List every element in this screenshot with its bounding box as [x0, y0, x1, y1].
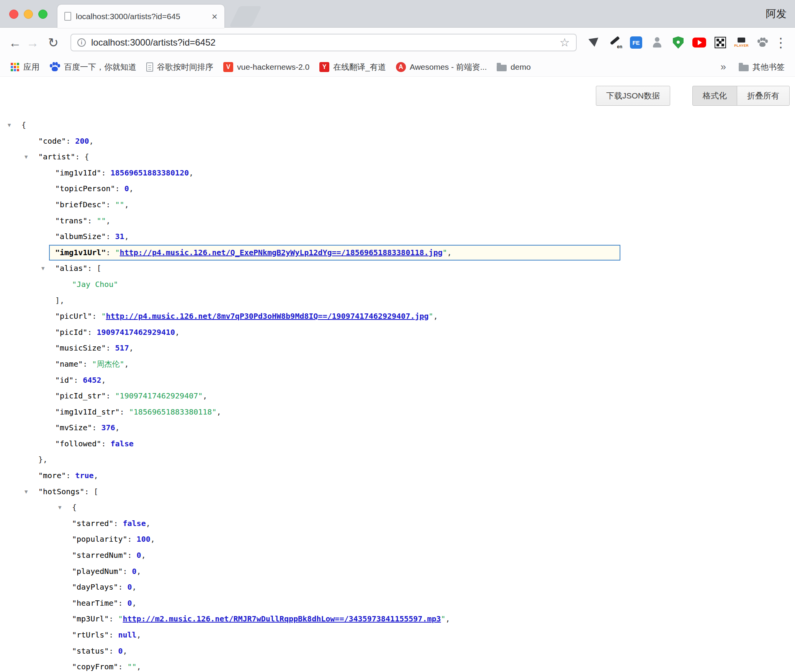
- json-line: "trans": "",: [0, 213, 795, 229]
- paw-extension-button[interactable]: [755, 35, 770, 50]
- json-line: "picId": 19097417462929410,: [0, 325, 795, 341]
- json-line-content: "img1v1Id": 18569651883380120,: [55, 168, 193, 177]
- json-line-content: "dayPlays": 0,: [72, 582, 137, 592]
- qr-code-icon: [715, 37, 726, 48]
- json-line: "copyFrom": "",: [0, 659, 795, 672]
- extensions-row: en FE PLAYER: [587, 35, 770, 50]
- youtube-extension-button[interactable]: [692, 35, 707, 50]
- bookmarks-overflow-button[interactable]: »: [713, 61, 734, 73]
- json-line: ],: [0, 293, 795, 309]
- baidu-paw-icon: [49, 62, 60, 72]
- bookmark-star-icon[interactable]: ☆: [559, 37, 570, 48]
- qr-code-extension-button[interactable]: [713, 35, 728, 50]
- json-line-content: "picId": 19097417462929410,: [55, 328, 180, 337]
- json-line: "albumSize": 31,: [0, 229, 795, 245]
- json-url-link[interactable]: http://m2.music.126.net/RMJR7wDullRqppBk…: [123, 614, 441, 623]
- json-line: "starred": false,: [0, 516, 795, 532]
- url-text[interactable]: localhost:3000/artists?id=6452: [91, 37, 216, 48]
- collapse-toggle-icon[interactable]: ▼: [25, 484, 28, 500]
- bookmark-item[interactable]: AAwesomes - 前端资...: [391, 57, 492, 76]
- json-url-link[interactable]: http://p4.music.126.net/8mv7qP30Pd3oHW8b…: [106, 311, 429, 321]
- json-line: "id": 6452,: [0, 372, 795, 388]
- zoom-window-button[interactable]: [38, 10, 47, 19]
- json-line: "starredNum": 0,: [0, 547, 795, 564]
- json-line: ▼{: [0, 117, 795, 133]
- json-line-content: "playedNum": 0,: [72, 567, 141, 576]
- collapse-all-button[interactable]: 折叠所有: [737, 86, 790, 106]
- letter-round-icon: A: [396, 62, 406, 72]
- json-line: "hearTime": 0,: [0, 595, 795, 611]
- profile-extension-button[interactable]: [650, 35, 664, 50]
- player-extension-button[interactable]: PLAYER: [734, 35, 749, 50]
- json-line-content: "img1v1Id_str": "18569651883380118",: [55, 407, 221, 416]
- collapse-toggle-icon[interactable]: ▼: [8, 117, 11, 133]
- bookmark-item[interactable]: 谷歌按时间排序: [141, 57, 218, 76]
- json-line: },: [0, 452, 795, 468]
- collapse-toggle-icon[interactable]: ▼: [58, 500, 61, 516]
- json-line: "img1v1Url": "http://p4.music.126.net/Q_…: [0, 245, 795, 261]
- youdao-dict-extension-button[interactable]: en: [608, 35, 622, 50]
- collapse-toggle-icon[interactable]: ▼: [25, 149, 28, 165]
- tab-strip: localhost:3000/artists?id=645 × 阿发: [0, 0, 795, 28]
- pen-en-label: en: [617, 44, 622, 49]
- json-line: "musicSize": 517,: [0, 340, 795, 356]
- json-line-content: "status": 0,: [72, 646, 128, 656]
- json-line-content: "picUrl": "http://p4.music.126.net/8mv7q…: [55, 311, 438, 321]
- browser-tab[interactable]: localhost:3000/artists?id=645 ×: [57, 5, 224, 28]
- json-line-content: "rtUrls": null,: [72, 630, 141, 639]
- youtube-play-icon: [692, 38, 706, 48]
- bookmark-item[interactable]: 百度一下，你就知道: [44, 57, 141, 76]
- json-line-content: {: [21, 120, 26, 129]
- shield-extension-button[interactable]: [671, 35, 685, 50]
- json-line: ▼{: [0, 500, 795, 516]
- chrome-menu-button[interactable]: ⋮: [774, 35, 787, 50]
- json-url-link[interactable]: http://p4.music.126.net/Q_ExePNkmgB2yWyL…: [120, 248, 443, 257]
- bookmark-label: 应用: [23, 62, 39, 72]
- json-line: "dayPlays": 0,: [0, 579, 795, 595]
- json-line-content: },: [38, 455, 47, 464]
- other-bookmarks-button[interactable]: 其他书签: [734, 62, 790, 72]
- json-line: "img1v1Id_str": "18569651883380118",: [0, 404, 795, 420]
- vimium-icon: [589, 38, 600, 47]
- reload-button[interactable]: ↻: [44, 36, 62, 49]
- json-line: "picUrl": "http://p4.music.126.net/8mv7q…: [0, 308, 795, 325]
- tab-close-icon[interactable]: ×: [212, 11, 218, 21]
- bookmark-item[interactable]: Vvue-hackernews-2.0: [218, 57, 314, 76]
- vimium-extension-button[interactable]: [587, 35, 601, 50]
- bookmark-label: 谷歌按时间排序: [157, 62, 213, 72]
- json-line-content: {: [72, 503, 77, 512]
- format-button[interactable]: 格式化: [692, 86, 737, 106]
- forward-button[interactable]: →: [24, 36, 41, 49]
- minimize-window-button[interactable]: [24, 10, 33, 19]
- json-line: "topicPerson": 0,: [0, 181, 795, 197]
- json-line: "mp3Url": "http://m2.music.126.net/RMJR7…: [0, 611, 795, 627]
- json-line-content: "starred": false,: [72, 519, 150, 528]
- letter-badge-icon: V: [223, 62, 233, 72]
- json-line-content: ],: [55, 296, 64, 305]
- json-line: ▼"alias": [: [0, 261, 795, 277]
- bookmark-label: 百度一下，你就知道: [64, 62, 136, 72]
- collapse-toggle-icon[interactable]: ▼: [41, 261, 44, 277]
- json-line: "rtUrls": null,: [0, 627, 795, 643]
- json-line-content: "copyFrom": "",: [72, 662, 141, 671]
- site-info-icon[interactable]: [77, 38, 86, 47]
- bookmark-item[interactable]: 应用: [5, 57, 44, 76]
- download-json-button[interactable]: 下载JSON数据: [596, 86, 670, 106]
- pen-icon: en: [608, 36, 622, 49]
- window-controls: [9, 10, 47, 19]
- json-line-content: "starredNum": 0,: [72, 551, 146, 560]
- profile-name[interactable]: 阿发: [766, 7, 787, 21]
- bookmarks-right: » 其他书签: [713, 61, 790, 73]
- person-icon: [651, 36, 663, 49]
- json-line: "playedNum": 0,: [0, 564, 795, 580]
- json-line-content: "picId_str": "19097417462929407",: [55, 391, 207, 400]
- json-line-content: "alias": [: [55, 264, 101, 273]
- close-window-button[interactable]: [9, 10, 18, 19]
- bookmark-item[interactable]: demo: [492, 57, 536, 76]
- json-line-content: "musicSize": 517,: [55, 343, 134, 352]
- back-button[interactable]: ←: [6, 36, 24, 49]
- new-tab-button[interactable]: [229, 6, 262, 27]
- bookmark-item[interactable]: Y在线翻译_有道: [314, 57, 391, 76]
- fe-extension-button[interactable]: FE: [629, 35, 643, 50]
- address-bar[interactable]: localhost:3000/artists?id=6452 ☆: [70, 34, 577, 51]
